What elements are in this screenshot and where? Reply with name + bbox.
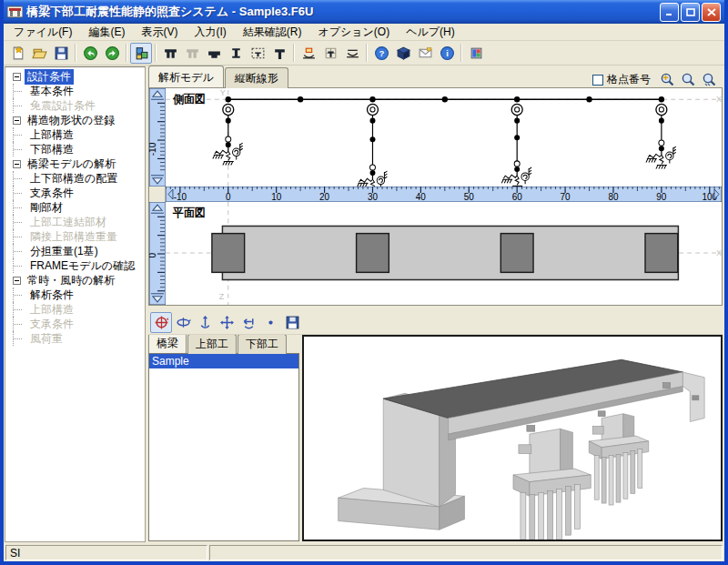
menu-item[interactable]: 入力(I) <box>186 23 234 42</box>
save-image-button[interactable] <box>281 312 303 333</box>
tree-item[interactable]: 免震設計条件 <box>5 98 145 113</box>
viewer-3d[interactable] <box>302 335 723 541</box>
about-info-button[interactable]: i <box>436 43 458 64</box>
plan-view-drawing[interactable]: XZ平面図 <box>166 202 722 305</box>
menu-item[interactable]: ファイル(F) <box>5 23 80 42</box>
tree-item[interactable]: 設計条件 <box>5 69 145 84</box>
tab-縦断線形[interactable]: 縦断線形 <box>225 67 288 88</box>
tree-item[interactable]: 上部構造 <box>5 127 145 142</box>
rotate-horizontal-icon <box>176 315 191 330</box>
tree-item[interactable]: 支承条件 <box>5 186 145 200</box>
tree-item[interactable]: 隣接上部構造重量 <box>5 229 145 244</box>
maximize-button[interactable] <box>681 3 700 22</box>
tab-橋梁[interactable]: 橋梁 <box>148 335 187 353</box>
bearing-layout-button[interactable] <box>298 43 319 64</box>
svg-text:50: 50 <box>464 192 475 202</box>
pier-t-button[interactable] <box>268 43 290 64</box>
tab-解析モデル[interactable]: 解析モデル <box>148 66 224 87</box>
new-file-button[interactable] <box>6 43 28 64</box>
pier-cap-button[interactable] <box>203 43 225 64</box>
open-folder-button[interactable] <box>28 43 50 64</box>
tab-上部工[interactable]: 上部工 <box>187 335 237 354</box>
tree-item[interactable]: 基本条件 <box>5 84 145 98</box>
tree-item-label: 設計条件 <box>25 69 74 85</box>
node-number-checkbox[interactable] <box>592 75 603 86</box>
tree-item-label: 上部構造 <box>27 302 76 318</box>
svg-text:i: i <box>446 48 449 58</box>
frame-select-button[interactable] <box>247 43 268 64</box>
zoom-updown-button[interactable] <box>194 312 216 333</box>
zoom-out-icon[interactable] <box>702 72 717 87</box>
tree-item[interactable]: 支承条件 <box>5 317 145 331</box>
plan-view-vertical-ruler[interactable]: 0 <box>149 202 166 305</box>
structure-list: Sample <box>148 353 299 541</box>
close-button[interactable] <box>702 3 721 22</box>
tree-item[interactable]: 上部構造 <box>5 302 145 317</box>
tree-guide-line <box>13 98 27 113</box>
bridge-3d-graphic <box>304 337 721 540</box>
pan-button[interactable] <box>216 312 238 333</box>
menu-item[interactable]: 結果確認(R) <box>235 23 310 42</box>
tree-item[interactable]: 下部構造 <box>5 142 145 156</box>
tree-item[interactable]: 解析条件 <box>5 288 145 302</box>
color-palette-button[interactable] <box>465 43 487 64</box>
tree-item-label: 常時・風時の解析 <box>25 273 117 288</box>
tree-item[interactable]: 橋梁モデルの解析 <box>5 156 145 171</box>
tree-item-label: 免震設計条件 <box>27 98 98 114</box>
point-button[interactable] <box>259 312 281 333</box>
minimize-button[interactable] <box>660 3 679 22</box>
horizontal-ruler-row: -100102030405060708090100 <box>149 187 722 202</box>
new-file-icon <box>10 45 25 61</box>
save-button[interactable] <box>50 43 72 64</box>
close-icon <box>707 8 716 16</box>
toolbar-separator <box>126 44 127 62</box>
side-view-drawing[interactable]: YX側面図 <box>166 88 722 187</box>
color-palette-icon <box>469 45 484 61</box>
tree-collapse-icon[interactable] <box>13 160 21 168</box>
rotate-free-button[interactable] <box>150 312 172 333</box>
menu-item[interactable]: オプション(O) <box>309 23 398 42</box>
rotate-horizontal-button[interactable] <box>172 312 194 333</box>
pier-front-button[interactable] <box>159 43 181 64</box>
tree-item[interactable]: 風荷重 <box>5 331 145 346</box>
help-button[interactable]: ? <box>370 43 392 64</box>
menu-item[interactable]: ヘルプ(H) <box>398 23 463 42</box>
tree-collapse-icon[interactable] <box>13 116 21 125</box>
tree-item[interactable]: 剛部材 <box>5 200 145 215</box>
side-view-vertical-ruler[interactable]: -10 <box>149 88 166 187</box>
tab-下部工[interactable]: 下部工 <box>238 335 287 354</box>
app-window: 橋梁下部工耐震性能静的照査システム - Sample3.F6U ファイル(F)編… <box>0 0 728 565</box>
horizontal-ruler[interactable]: -100102030405060708090100 <box>166 187 722 202</box>
tree-item[interactable]: FRAMEモデルの確認 <box>5 258 145 273</box>
tree-collapse-icon[interactable] <box>13 277 21 285</box>
zoom-window-icon[interactable] <box>681 72 696 87</box>
zoom-updown-icon <box>197 315 213 330</box>
view-3d-button[interactable] <box>130 43 152 64</box>
tree-guide-line <box>13 186 27 200</box>
tree-item[interactable]: 分担重量(1基) <box>5 244 145 258</box>
default-view-button[interactable] <box>238 312 259 333</box>
girder-i-icon <box>228 45 244 61</box>
tree-guide-line <box>13 331 27 346</box>
point-icon <box>263 315 278 330</box>
about-info-icon: i <box>440 45 455 61</box>
girder-i-button[interactable] <box>225 43 247 64</box>
zoom-in-icon[interactable] <box>660 72 675 87</box>
product-box-button[interactable] <box>392 43 414 64</box>
menu-item[interactable]: 編集(E) <box>80 23 133 42</box>
tree-item[interactable]: 上下部構造の配置 <box>5 171 145 186</box>
tree-item[interactable]: 上部工連結部材 <box>5 215 145 229</box>
pier-front-disabled-button[interactable] <box>181 43 203 64</box>
mail-button[interactable] <box>414 43 436 64</box>
menu-item[interactable]: 表示(V) <box>133 23 186 42</box>
frame-grid-button[interactable] <box>319 43 341 64</box>
undo-icon <box>83 45 98 61</box>
bearing-side-button[interactable] <box>341 43 363 64</box>
list-item[interactable]: Sample <box>149 354 298 368</box>
redo-button[interactable] <box>101 43 123 64</box>
tree-item[interactable]: 常時・風時の解析 <box>5 273 145 288</box>
tree-collapse-icon[interactable] <box>13 73 21 81</box>
undo-button[interactable] <box>79 43 101 64</box>
tree-guide-line <box>13 142 27 156</box>
tree-item[interactable]: 構造物形状の登録 <box>5 113 145 127</box>
